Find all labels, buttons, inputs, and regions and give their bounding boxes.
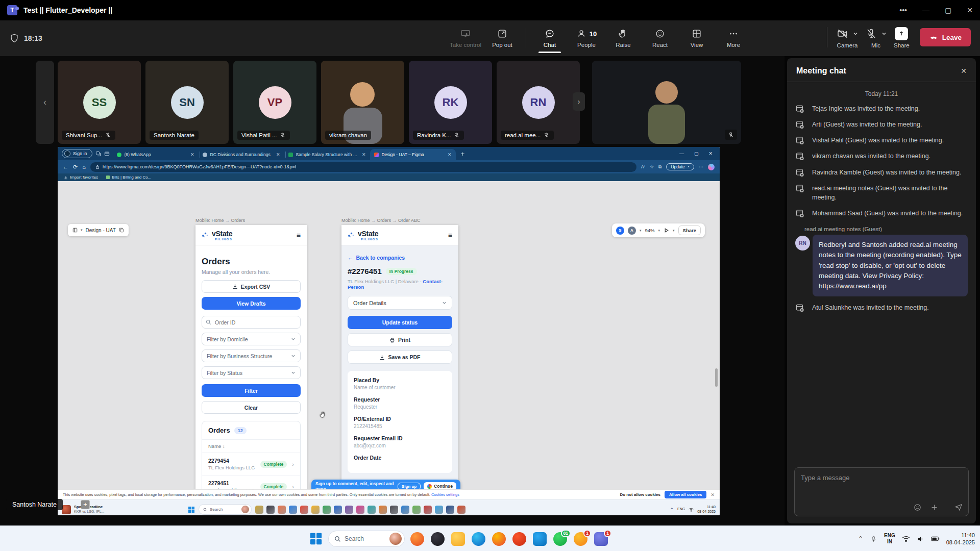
order-id-input[interactable] [202,316,301,329]
browser-minimize-icon[interactable]: — [679,151,684,156]
pop-out-button[interactable]: Pop out [486,24,519,52]
window-minimize-icon[interactable]: — [922,6,929,14]
taskbar-app-teams[interactable]: 1 [594,532,608,546]
figma-share-button[interactable]: Share [678,226,701,235]
back-icon[interactable]: ← [63,164,68,170]
participant-tile[interactable]: VPVishal Patil ... [233,61,316,144]
tray-chevron-icon[interactable]: ⌃ [670,507,674,512]
window-close-icon[interactable]: ✕ [967,6,973,14]
figma-file-chip[interactable]: ▾ Design - UAT [68,224,129,236]
mic-button[interactable]: Mic [864,24,888,53]
favorite-star-icon[interactable]: ☆ [650,164,654,169]
browser-tab[interactable]: Design - UAT – Figma✕ [370,149,456,160]
taskbar-app-file-explorer[interactable] [451,532,465,546]
taskbar-clock[interactable]: 11:4008-04-2025 [946,532,975,546]
canvas-scrollbar[interactable] [715,368,718,387]
duplicate-icon[interactable] [119,228,124,233]
taskbar-app-firefox[interactable] [410,532,424,546]
attach-plus-icon[interactable] [930,503,939,512]
figma-canvas[interactable]: Mobile: Home → Orders Mobile: Home → Ord… [58,181,720,489]
tab-close-icon[interactable]: ✕ [190,152,194,157]
read-aloud-icon[interactable]: A⁾ [641,164,645,169]
table-row[interactable]: 2279451TL Flex Holdings LLCComplete› [202,475,300,489]
participant-tile[interactable]: vikram chavan [321,61,404,144]
hamburger-icon[interactable]: ≡ [448,231,452,239]
pinned-app-icon[interactable] [424,506,432,514]
address-bar[interactable]: https://www.figma.com/design/9BKQ0FOHRWa… [90,162,636,172]
window-more-icon[interactable]: ••• [899,6,907,14]
pinned-app-icon[interactable] [255,506,263,514]
pinned-app-icon[interactable] [412,506,421,514]
save-as-pdf-button[interactable]: Save as PDF [348,350,452,364]
clear-button[interactable]: Clear [202,401,301,414]
start-button[interactable] [309,532,323,545]
pinned-app-icon[interactable] [334,506,342,514]
pinned-app-icon[interactable] [356,506,364,514]
filter-select[interactable]: Filter by Domicile [202,333,301,345]
bookmark-import-favorites[interactable]: Import favorites [64,175,98,180]
table-row[interactable]: 2279454TL Flex Holdings LLCComplete› [202,453,300,475]
pinned-app-icon[interactable] [390,506,398,514]
frame-label-order-abc[interactable]: Mobile: Home → Orders → Order ABC [341,218,421,223]
browser-update-button[interactable]: Update◔ [666,163,694,170]
new-tab-button[interactable]: + [461,150,465,158]
taskbar-app-chrome[interactable] [492,532,506,546]
back-to-companies-link[interactable]: ←Back to companies [348,255,452,261]
cookie-settings-link[interactable]: Cookies settings [431,492,459,497]
pinned-app-icon[interactable] [300,506,308,514]
collections-icon[interactable]: ⧉ [658,164,662,170]
filter-select[interactable]: Filter by Business Structure [202,349,301,362]
pinned-app-icon[interactable] [446,506,454,514]
chevron-down-icon[interactable]: ▾ [658,229,660,233]
react-button[interactable]: React [644,24,676,52]
home-icon[interactable]: ⌂ [82,164,86,170]
tray-mic-icon[interactable] [870,535,877,543]
taskbar-app-edge[interactable] [472,532,485,546]
people-button[interactable]: 10 People [570,24,603,52]
export-csv-button[interactable]: Export CSV [202,280,301,293]
pinned-app-icon[interactable] [323,506,331,514]
sign-up-button[interactable]: Sign up [398,483,421,490]
scroll-left-button[interactable]: ‹ [36,61,54,144]
workspaces-icon[interactable] [95,151,101,157]
pinned-app-icon[interactable] [401,506,409,514]
raise-hand-button[interactable]: Raise [607,24,640,52]
participant-tile[interactable]: RNread.ai mee... [497,61,580,144]
taskbar-search[interactable]: Search [328,531,405,547]
browser-tab[interactable]: Sample Salary Structure with calc✕ [284,149,370,160]
pinned-app-icon[interactable] [289,506,297,514]
allow-cookies-button[interactable]: Allow all cookies [665,491,706,498]
pinned-app-icon[interactable] [278,506,286,514]
chat-button[interactable]: Chat [533,24,566,52]
chevron-down-icon[interactable]: ▾ [640,229,642,233]
settings-more-icon[interactable]: ⋯ [699,164,703,169]
emoji-icon[interactable] [913,503,922,512]
taskbar-app-brave[interactable] [512,532,526,546]
leave-button[interactable]: Leave [920,28,971,46]
pinned-app-icon[interactable] [435,506,443,514]
volume-icon[interactable] [917,535,924,543]
print-button[interactable]: Print [348,333,452,346]
participant-tile[interactable]: RKRavindra K... [409,61,492,144]
battery-icon[interactable] [931,536,940,542]
google-continue-button[interactable]: Continue [424,482,456,489]
pinned-app-icon[interactable] [379,506,387,514]
more-button[interactable]: More [717,24,750,52]
close-icon[interactable]: ✕ [710,492,715,497]
tray-chevron-icon[interactable]: ⌃ [858,535,863,542]
browser-maximize-icon[interactable]: ▢ [694,151,699,156]
shared-language[interactable]: ENG [677,507,685,512]
active-speaker-tile[interactable] [592,61,741,144]
order-details-select[interactable]: Order Details [348,296,452,310]
share-button[interactable]: Share [893,24,911,53]
chat-message-bubble[interactable]: Redberyl and Santosh added read.ai meeti… [813,235,968,296]
frame-label-orders[interactable]: Mobile: Home → Orders [195,218,245,223]
taskbar-app-whatsapp[interactable]: 81 [553,532,567,546]
browser-tab[interactable]: (6) WhatsApp✕ [113,149,199,160]
window-maximize-icon[interactable]: ▢ [945,6,951,14]
browser-signin-button[interactable]: Sign in [62,149,92,158]
participant-tile[interactable]: SSShivani Sup... [58,61,141,144]
tab-close-icon[interactable]: ✕ [276,152,280,157]
shared-clock[interactable]: 11:4008-04-2025 [697,505,716,514]
take-control-button[interactable]: Take control [449,24,482,52]
